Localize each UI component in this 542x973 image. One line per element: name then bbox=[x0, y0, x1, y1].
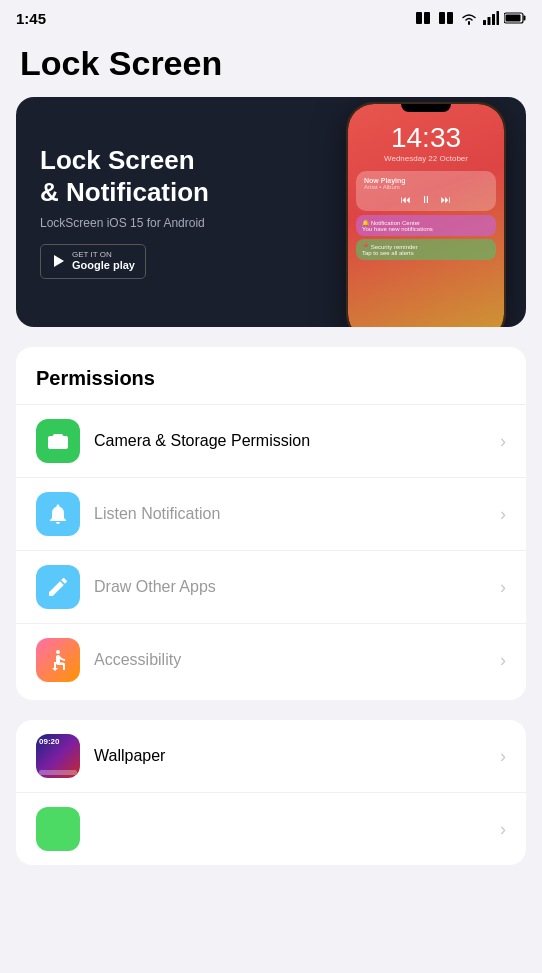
svg-rect-1 bbox=[424, 12, 430, 24]
bottom-item[interactable]: › bbox=[16, 792, 526, 865]
svg-rect-9 bbox=[524, 16, 526, 21]
status-icons bbox=[414, 9, 526, 27]
svg-rect-7 bbox=[497, 11, 500, 25]
banner-title: Lock Screen& Notification bbox=[40, 145, 502, 207]
camera-storage-label: Camera & Storage Permission bbox=[94, 432, 500, 450]
svg-rect-6 bbox=[492, 14, 495, 25]
book-icon2 bbox=[437, 9, 455, 27]
svg-marker-11 bbox=[54, 255, 64, 267]
wallpaper-chevron-icon: › bbox=[500, 746, 506, 767]
status-time: 1:45 bbox=[16, 10, 46, 27]
store-name-label: Google play bbox=[72, 259, 135, 272]
wallpaper-section: 09:20 Wallpaper › › bbox=[16, 720, 526, 865]
app-banner: Lock Screen& Notification LockScreen iOS… bbox=[16, 97, 526, 327]
permissions-section: Permissions Camera & Storage Permission … bbox=[16, 347, 526, 700]
svg-rect-2 bbox=[439, 12, 445, 24]
listen-notification-label: Listen Notification bbox=[94, 505, 500, 523]
accessibility-label: Accessibility bbox=[94, 651, 500, 669]
svg-point-13 bbox=[56, 650, 60, 654]
permissions-title: Permissions bbox=[16, 367, 526, 404]
accessibility-icon bbox=[36, 638, 80, 682]
banner-subtitle: LockScreen iOS 15 for Android bbox=[40, 216, 502, 230]
draw-other-apps-item[interactable]: Draw Other Apps › bbox=[16, 550, 526, 623]
accessibility-chevron-icon: › bbox=[500, 650, 506, 671]
wallpaper-label: Wallpaper bbox=[94, 747, 500, 765]
wifi-icon bbox=[460, 11, 478, 25]
svg-rect-4 bbox=[483, 20, 486, 25]
get-it-on-label: GET IT ON bbox=[72, 250, 135, 260]
wallpaper-icon: 09:20 bbox=[36, 734, 80, 778]
svg-rect-0 bbox=[416, 12, 422, 24]
camera-icon bbox=[36, 419, 80, 463]
draw-chevron-icon: › bbox=[500, 577, 506, 598]
notification-chevron-icon: › bbox=[500, 504, 506, 525]
svg-rect-3 bbox=[447, 12, 453, 24]
signal-icon bbox=[483, 11, 499, 25]
battery-icon bbox=[504, 12, 526, 24]
page-title: Lock Screen bbox=[0, 36, 542, 97]
bottom-chevron-icon: › bbox=[500, 819, 506, 840]
wallpaper-item[interactable]: 09:20 Wallpaper › bbox=[16, 720, 526, 792]
listen-notification-item[interactable]: Listen Notification › bbox=[16, 477, 526, 550]
play-store-icon bbox=[51, 253, 67, 269]
draw-icon bbox=[36, 565, 80, 609]
banner-content: Lock Screen& Notification LockScreen iOS… bbox=[16, 123, 526, 300]
status-bar: 1:45 bbox=[0, 0, 542, 36]
google-play-button[interactable]: GET IT ON Google play bbox=[40, 244, 146, 279]
svg-rect-5 bbox=[488, 17, 491, 25]
svg-rect-10 bbox=[506, 15, 521, 22]
bottom-icon bbox=[36, 807, 80, 851]
accessibility-item[interactable]: Accessibility › bbox=[16, 623, 526, 696]
camera-storage-permission-item[interactable]: Camera & Storage Permission › bbox=[16, 404, 526, 477]
camera-chevron-icon: › bbox=[500, 431, 506, 452]
notification-icon bbox=[36, 492, 80, 536]
book-icon bbox=[414, 9, 432, 27]
draw-other-apps-label: Draw Other Apps bbox=[94, 578, 500, 596]
